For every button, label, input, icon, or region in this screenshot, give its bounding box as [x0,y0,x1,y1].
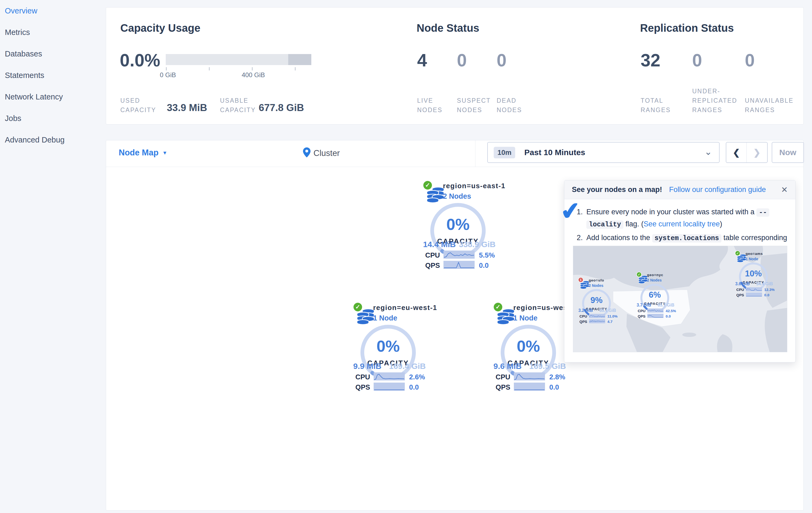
code-locality-flag: locality [586,220,624,229]
region-nodes-link[interactable]: 2 Nodes [443,192,505,200]
qps-sparkline [443,261,475,269]
gauge-percent: 0% [358,337,418,355]
cpu-label: CPU [638,309,645,313]
live-nodes-count: 4 [417,51,427,70]
region-group-eu-west-1: ✓ region=eu-west-1 1 Node 0% CAPACITY [351,302,463,395]
total-ranges-label: TOTAL RANGES [641,96,675,115]
qps-value: 4.7 [607,319,612,324]
now-button[interactable]: Now [772,142,804,163]
capacity-bar-nonusable-segment [288,54,311,65]
region-nodes-link: 2 Nodes [589,284,604,288]
cpu-label: CPU [579,314,587,318]
map-pin-icon [303,147,311,159]
qps-label: QPS [496,383,510,392]
example-node-map-image: 1 geo=sfo 2 Nodes [573,246,787,352]
time-range-dropdown[interactable]: 10m Past 10 Minutes ⌄ [487,142,720,163]
cpu-sparkline [374,372,405,380]
breadcrumb-cluster[interactable]: Cluster [314,148,340,158]
gauge-percent: 10% [738,269,769,278]
region-total-capacity: 65.7 GiB [658,303,674,307]
sidebar-item-statements[interactable]: Statements [0,70,106,91]
region-nodes-link[interactable]: 1 Node [373,314,437,322]
view-mode-dropdown[interactable]: Node Map▼ [119,148,167,158]
capacity-axis-tick-0: 0 GiB [160,71,176,79]
qps-sparkline [589,319,605,323]
toolbar-divider [475,140,475,167]
cpu-label: CPU [355,373,370,381]
capacity-axis-tick-400: 400 GiB [242,71,265,79]
view-mode-label: Node Map [119,148,158,157]
gauge-percent: 0% [499,337,558,355]
qps-label: QPS [638,314,645,318]
gauge-percent: 9% [581,296,612,305]
total-ranges-count: 32 [641,51,660,70]
map-region-geo-ams: ✓ geo=ams 1 Node [734,250,787,299]
region-used-capacity: 3.6 GiB [735,281,750,286]
sidebar-item-metrics[interactable]: Metrics [0,27,106,48]
sidebar-item-network-latency[interactable]: Network Latency [0,91,106,113]
region-locality-label: region=eu-west-1 [373,303,437,312]
region-nodes-link: 2 Nodes [647,278,664,282]
cpu-value: 42.5% [666,309,676,313]
chevron-down-icon: ⌄ [704,146,712,157]
region-used-capacity: 14.4 MiB [423,240,456,249]
time-back-button[interactable]: ❮ [726,142,747,162]
region-locality-label: region=us-east-1 [443,182,505,190]
qps-label: QPS [736,293,744,297]
qps-value: 0.0 [549,383,559,392]
qps-value: 0.0 [666,314,671,318]
region-used-capacity: 9.6 MiB [493,361,522,371]
cpu-sparkline [443,250,475,259]
unavailable-ranges-count: 0 [745,51,755,70]
qps-sparkline [647,314,664,318]
region-total-capacity: 34.4 GiB [756,281,773,286]
sidebar-item-databases[interactable]: Databases [0,48,106,70]
cpu-sparkline [514,372,545,380]
time-range-badge: 10m [494,147,515,158]
qps-sparkline [374,383,405,391]
region-used-capacity: 3.7 GiB [637,303,651,307]
sidebar-item-overview[interactable]: Overview [0,5,106,27]
healthy-check-icon: ✓ [353,302,363,312]
tooltip-title: See your nodes on a map! [572,186,662,194]
healthy-check-icon: ✓ [735,250,740,256]
region-locality-label: geo=sfo [589,278,604,282]
cpu-value: 2.6% [409,373,425,381]
live-nodes-label: LIVE NODES [417,96,450,115]
qps-sparkline [746,293,762,297]
used-capacity-label: USED CAPACITY [120,96,158,115]
node-map-setup-tooltip: See your nodes on a map! Follow our conf… [564,180,795,362]
region-locality-label: geo=nyc [647,273,664,277]
locality-tree-link[interactable]: See current locality tree [644,220,720,228]
sidebar-item-jobs[interactable]: Jobs [0,113,106,134]
qps-label: QPS [425,261,440,270]
cpu-sparkline [647,308,664,313]
region-nodes-link: 1 Node [746,257,763,261]
tooltip-header: See your nodes on a map! Follow our conf… [564,181,795,199]
configuration-guide-link[interactable]: Follow our configuration guide [669,186,766,194]
region-total-capacity: 338.9 GiB [459,240,496,249]
gauge-percent: 0% [429,215,488,234]
sidebar: Overview Metrics Databases Statements Ne… [0,0,106,513]
time-nav-group: ❮ ❯ [726,142,768,163]
code-locality-flag: -- [756,208,769,217]
close-icon[interactable]: ✕ [781,185,788,194]
region-locality-label: geo=ams [746,251,763,256]
qps-label: QPS [579,319,587,324]
qps-value: 0.0 [409,383,419,392]
healthy-check-icon: ✓ [636,272,642,277]
region-used-capacity: 9.9 MiB [353,361,381,371]
cluster-overview-card: Capacity Usage 0.0% 0 GiB 400 GiB USED C… [106,7,804,125]
qps-sparkline [514,383,545,391]
replication-status-title: Replication Status [640,22,734,34]
time-range-value: Past 10 Minutes [524,148,585,157]
time-forward-button[interactable]: ❯ [747,142,767,162]
sidebar-item-advanced-debug[interactable]: Advanced Debug [0,134,106,156]
cpu-label: CPU [425,251,440,260]
gauge-percent: 6% [640,290,670,300]
under-replicated-ranges-count: 0 [692,51,702,70]
capacity-used-percent: 0.0% [120,51,160,70]
region-total-capacity: 169.4 GiB [389,361,426,371]
qps-value: 0.0 [764,293,769,297]
map-region-geo-sfo: 1 geo=sfo 2 Nodes [577,277,636,325]
